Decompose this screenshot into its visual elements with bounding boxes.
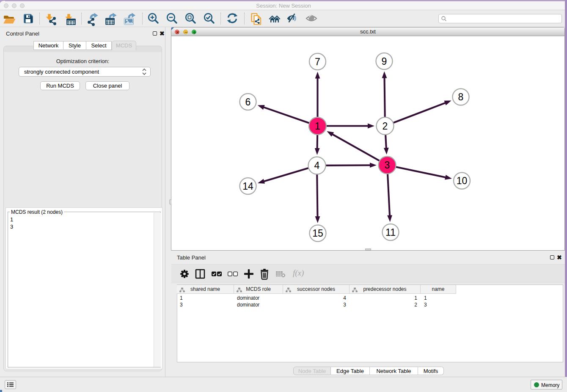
svg-text:14: 14 bbox=[242, 181, 253, 192]
svg-text:15: 15 bbox=[312, 228, 323, 239]
svg-text:1: 1 bbox=[315, 121, 320, 132]
svg-text:8: 8 bbox=[458, 91, 464, 102]
svg-text:9: 9 bbox=[382, 56, 387, 67]
svg-text:3: 3 bbox=[385, 160, 390, 171]
svg-text:4: 4 bbox=[314, 160, 320, 171]
svg-text:10: 10 bbox=[457, 175, 468, 186]
svg-text:6: 6 bbox=[245, 97, 251, 108]
svg-text:2: 2 bbox=[383, 121, 388, 132]
svg-text:11: 11 bbox=[385, 227, 396, 238]
svg-text:7: 7 bbox=[315, 56, 320, 67]
